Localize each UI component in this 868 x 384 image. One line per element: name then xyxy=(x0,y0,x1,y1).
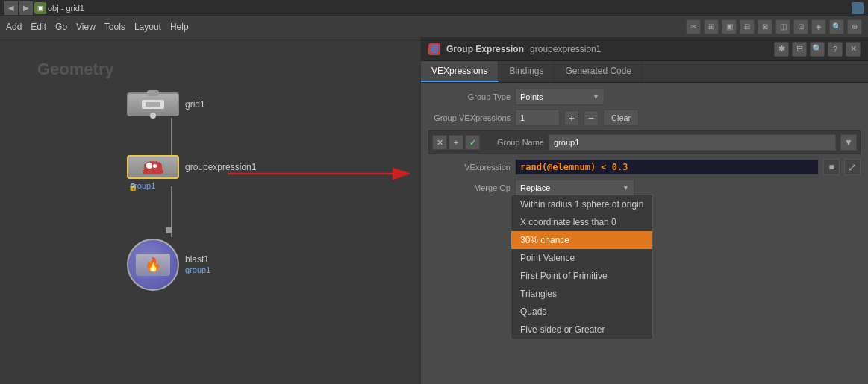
vexpr-row: ✕ + ✓ Group Name group1 ▼ xyxy=(428,130,861,154)
nav-forward-button[interactable]: ▶ xyxy=(19,1,33,15)
dropdown-item[interactable]: Triangles xyxy=(511,285,652,303)
toolbar-icon-10[interactable]: ⊕ xyxy=(847,19,862,34)
grid1-bump xyxy=(147,90,159,96)
vexpr-color-btn[interactable]: ■ xyxy=(823,159,840,175)
window-titlebar: ◀ ▶ ▣ obj - grid1 xyxy=(0,0,868,16)
node-blast1-label: blast1 xyxy=(185,254,209,265)
ge-titlebar-actions: ✱ ⊟ 🔍 ? ✕ xyxy=(774,42,861,57)
clear-button[interactable]: Clear xyxy=(603,110,639,126)
dropdown-item[interactable]: Point Valence xyxy=(511,249,652,267)
toolbar-icon-8[interactable]: ◈ xyxy=(811,19,826,34)
ge-icon xyxy=(143,161,163,174)
group-vexpr-label: Group VEXpressions xyxy=(428,113,511,122)
toolbar-icon-7[interactable]: ⊡ xyxy=(793,19,808,34)
blast-connector-top[interactable] xyxy=(166,227,172,233)
tab-generated-code[interactable]: Generated Code xyxy=(555,61,643,82)
toolbar-icon-4[interactable]: ⊟ xyxy=(740,19,755,34)
app-icon: ▣ xyxy=(34,2,46,14)
vexpr-expand2-btn[interactable]: ⤢ xyxy=(844,159,861,175)
vexpression-row: VExpression rand(@elemnum) < 0.3 ■ ⤢ xyxy=(428,159,861,175)
node-grid1-box[interactable] xyxy=(127,92,179,116)
dropdown-item[interactable]: X coordinate less than 0 xyxy=(511,213,652,231)
menu-go[interactable]: Go xyxy=(55,22,67,32)
group-name-label: Group Name xyxy=(484,138,544,147)
vexpr-expand-btn[interactable]: + xyxy=(449,135,463,150)
group-vexpr-value: 1 xyxy=(520,113,525,122)
dropdown-item[interactable]: 30% chance xyxy=(511,231,652,249)
group-type-value: Points xyxy=(520,92,543,101)
group-name-dropdown-btn[interactable]: ▼ xyxy=(840,134,857,151)
dropdown-item[interactable]: Within radius 1 sphere of origin xyxy=(511,195,652,213)
ge-dock-icon[interactable]: ⊟ xyxy=(792,42,807,57)
dropdown-menu[interactable]: Within radius 1 sphere of originX coordi… xyxy=(511,195,653,339)
connection-lines xyxy=(0,37,420,384)
group-type-label: Group Type xyxy=(428,92,511,101)
vexpression-label: VExpression xyxy=(428,163,511,171)
menu-add[interactable]: Add xyxy=(6,22,22,32)
group-name-value: group1 xyxy=(554,138,579,147)
toolbar-icon-1[interactable]: ✂ xyxy=(686,19,701,34)
vexpr-remove-btn[interactable]: − xyxy=(584,110,599,125)
ge-panel: 🌀 Group Expression groupexpression1 ✱ ⊟ … xyxy=(420,37,868,384)
ge-settings-icon[interactable]: ✱ xyxy=(774,42,789,57)
toolbar-icon-5[interactable]: ⊠ xyxy=(758,19,772,34)
menu-view[interactable]: View xyxy=(76,22,96,32)
dropdown-item[interactable]: First Point of Primitive xyxy=(511,267,652,285)
grid-icon xyxy=(852,2,864,14)
ge-form: Group Type Points ▼ Group VEXpressions 1… xyxy=(421,83,868,202)
group-name-input[interactable]: group1 xyxy=(549,134,836,151)
node-grid1-label: grid1 xyxy=(185,99,205,110)
vexpr-add-btn[interactable]: + xyxy=(564,110,579,125)
ge-close-icon[interactable]: ✕ xyxy=(846,42,861,57)
ge-title-text: Group Expression xyxy=(446,44,524,54)
merge-op-select[interactable]: Replace ▼ xyxy=(515,180,634,196)
grid1-output[interactable] xyxy=(150,113,156,119)
vexpression-input[interactable]: rand(@elemnum) < 0.3 xyxy=(515,159,819,175)
nav-back-button[interactable]: ◀ xyxy=(4,1,18,15)
ge-zoom-icon[interactable]: 🔍 xyxy=(810,42,825,57)
toolbar-icon-3[interactable]: ▣ xyxy=(722,19,737,34)
merge-op-arrow: ▼ xyxy=(622,184,629,192)
vexpr-toggle-btn[interactable]: ✕ xyxy=(432,135,447,150)
menu-tools[interactable]: Tools xyxy=(104,22,125,32)
main-toolbar: Add Edit Go View Tools Layout Help ✂ ⊞ ▣… xyxy=(0,16,868,37)
group-vexpr-row: Group VEXpressions 1 + − Clear xyxy=(428,110,861,126)
node-graph[interactable]: Geometry grid1 xyxy=(0,37,420,384)
node-ge-box[interactable]: 🔒 xyxy=(127,155,179,179)
menu-edit[interactable]: Edit xyxy=(31,22,46,32)
blast-inner: 🔥 xyxy=(136,254,170,276)
dropdown-item[interactable]: Five-sided or Greater xyxy=(511,321,652,339)
toolbar-icon-9[interactable]: 🔍 xyxy=(829,19,844,34)
window-title: obj - grid1 xyxy=(48,4,847,13)
node-blast1[interactable]: 🔥 blast1 group1 xyxy=(127,231,210,291)
geometry-label: Geometry xyxy=(37,60,114,79)
menu-layout[interactable]: Layout xyxy=(134,22,161,32)
vexpr-controls: ✕ + ✓ xyxy=(432,135,480,150)
menu-help[interactable]: Help xyxy=(170,22,189,32)
node-groupexpression1[interactable]: 🔒 groupexpression1 group1 xyxy=(127,155,256,191)
merge-op-value: Replace xyxy=(520,183,550,192)
merge-op-label: Merge Op xyxy=(428,183,511,192)
lock-icon: 🔒 xyxy=(128,183,137,191)
vexpr-check-btn[interactable]: ✓ xyxy=(465,135,480,150)
blast-circle[interactable]: 🔥 xyxy=(127,239,179,291)
ge-titlebar: 🌀 Group Expression groupexpression1 ✱ ⊟ … xyxy=(421,37,868,61)
toolbar-icon-2[interactable]: ⊞ xyxy=(704,19,719,34)
fire-icon: 🔥 xyxy=(145,258,161,271)
toolbar-icon-group: ✂ ⊞ ▣ ⊟ ⊠ ◫ ⊡ ◈ 🔍 ⊕ xyxy=(686,19,862,34)
group-vexpr-input[interactable]: 1 xyxy=(515,110,560,126)
grid1-inner xyxy=(142,100,164,109)
merge-op-row: Merge Op Replace ▼ xyxy=(428,180,861,196)
node-ge-label: groupexpression1 xyxy=(185,162,256,172)
ge-title-icon: 🌀 xyxy=(428,43,440,55)
tab-bindings[interactable]: Bindings xyxy=(499,61,555,82)
dropdown-item[interactable]: Quads xyxy=(511,303,652,321)
main-content: Geometry grid1 xyxy=(0,37,868,384)
ge-help-icon[interactable]: ? xyxy=(828,42,843,57)
group-type-row: Group Type Points ▼ xyxy=(428,89,861,105)
group-type-select[interactable]: Points ▼ xyxy=(515,89,605,105)
vexpression-value: rand(@elemnum) < 0.3 xyxy=(520,162,628,172)
tab-vexpressions[interactable]: VEXpressions xyxy=(421,61,499,82)
node-grid1[interactable]: grid1 xyxy=(127,92,205,116)
toolbar-icon-6[interactable]: ◫ xyxy=(775,19,790,34)
